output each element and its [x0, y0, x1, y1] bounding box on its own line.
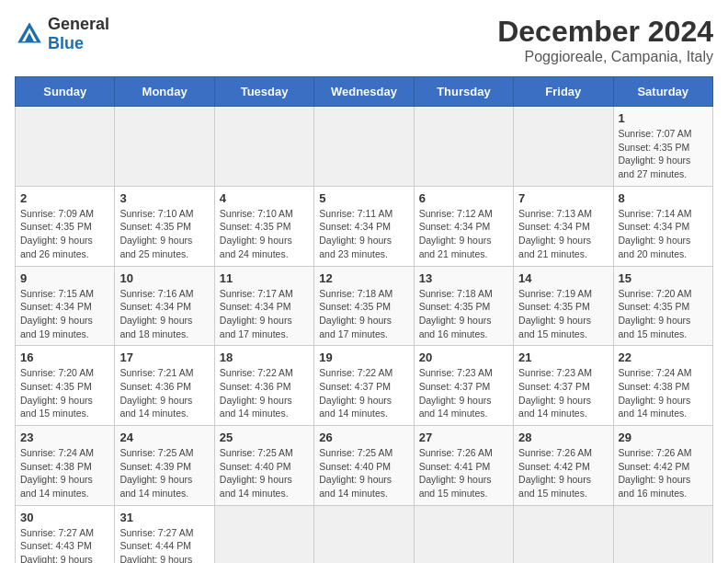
day-cell: 16Sunrise: 7:20 AMSunset: 4:35 PMDayligh… — [16, 346, 115, 426]
empty-cell — [16, 107, 115, 187]
day-cell: 19Sunrise: 7:22 AMSunset: 4:37 PMDayligh… — [314, 346, 414, 426]
day-cell: 11Sunrise: 7:17 AMSunset: 4:34 PMDayligh… — [214, 266, 313, 346]
day-cell: 21Sunrise: 7:23 AMSunset: 4:37 PMDayligh… — [514, 346, 613, 426]
day-cell: 5Sunrise: 7:11 AMSunset: 4:34 PMDaylight… — [314, 186, 414, 266]
day-cell: 28Sunrise: 7:26 AMSunset: 4:42 PMDayligh… — [514, 426, 613, 506]
header-cell-friday: Friday — [514, 77, 613, 107]
day-cell: 14Sunrise: 7:19 AMSunset: 4:35 PMDayligh… — [514, 266, 613, 346]
day-cell: 1Sunrise: 7:07 AMSunset: 4:35 PMDaylight… — [613, 107, 712, 187]
day-cell: 9Sunrise: 7:15 AMSunset: 4:34 PMDaylight… — [16, 266, 115, 346]
empty-cell — [214, 505, 313, 563]
week-row: 9Sunrise: 7:15 AMSunset: 4:34 PMDaylight… — [16, 266, 713, 346]
week-row: 1Sunrise: 7:07 AMSunset: 4:35 PMDaylight… — [16, 107, 713, 187]
empty-cell — [613, 505, 712, 563]
header: General Blue December 2024 Poggioreale, … — [15, 15, 713, 65]
header-cell-wednesday: Wednesday — [314, 77, 414, 107]
day-cell: 27Sunrise: 7:26 AMSunset: 4:41 PMDayligh… — [414, 426, 513, 506]
day-cell: 8Sunrise: 7:14 AMSunset: 4:34 PMDaylight… — [613, 186, 712, 266]
main-title: December 2024 — [497, 15, 713, 49]
header-cell-monday: Monday — [115, 77, 214, 107]
day-cell: 6Sunrise: 7:12 AMSunset: 4:34 PMDaylight… — [414, 186, 513, 266]
day-cell: 22Sunrise: 7:24 AMSunset: 4:38 PMDayligh… — [613, 346, 712, 426]
empty-cell — [115, 107, 214, 187]
week-row: 2Sunrise: 7:09 AMSunset: 4:35 PMDaylight… — [16, 186, 713, 266]
header-cell-tuesday: Tuesday — [214, 77, 313, 107]
empty-cell — [314, 107, 414, 187]
day-cell: 13Sunrise: 7:18 AMSunset: 4:35 PMDayligh… — [414, 266, 513, 346]
day-cell: 23Sunrise: 7:24 AMSunset: 4:38 PMDayligh… — [16, 426, 115, 506]
day-cell: 26Sunrise: 7:25 AMSunset: 4:40 PMDayligh… — [314, 426, 414, 506]
header-cell-saturday: Saturday — [613, 77, 712, 107]
calendar-table: SundayMondayTuesdayWednesdayThursdayFrid… — [15, 76, 713, 563]
day-cell: 30Sunrise: 7:27 AMSunset: 4:43 PMDayligh… — [16, 505, 115, 563]
title-area: December 2024 Poggioreale, Campania, Ita… — [497, 15, 713, 65]
empty-cell — [414, 505, 513, 563]
week-row: 30Sunrise: 7:27 AMSunset: 4:43 PMDayligh… — [16, 505, 713, 563]
header-cell-thursday: Thursday — [414, 77, 513, 107]
day-cell: 4Sunrise: 7:10 AMSunset: 4:35 PMDaylight… — [214, 186, 313, 266]
day-cell: 25Sunrise: 7:25 AMSunset: 4:40 PMDayligh… — [214, 426, 313, 506]
day-cell: 29Sunrise: 7:26 AMSunset: 4:42 PMDayligh… — [613, 426, 712, 506]
day-cell: 2Sunrise: 7:09 AMSunset: 4:35 PMDaylight… — [16, 186, 115, 266]
empty-cell — [214, 107, 313, 187]
logo-text: General Blue — [48, 15, 109, 53]
logo: General Blue — [15, 15, 109, 53]
empty-cell — [414, 107, 513, 187]
empty-cell — [314, 505, 414, 563]
day-cell: 10Sunrise: 7:16 AMSunset: 4:34 PMDayligh… — [115, 266, 214, 346]
week-row: 23Sunrise: 7:24 AMSunset: 4:38 PMDayligh… — [16, 426, 713, 506]
week-row: 16Sunrise: 7:20 AMSunset: 4:35 PMDayligh… — [16, 346, 713, 426]
day-cell: 20Sunrise: 7:23 AMSunset: 4:37 PMDayligh… — [414, 346, 513, 426]
header-cell-sunday: Sunday — [16, 77, 115, 107]
day-cell: 17Sunrise: 7:21 AMSunset: 4:36 PMDayligh… — [115, 346, 214, 426]
day-cell: 24Sunrise: 7:25 AMSunset: 4:39 PMDayligh… — [115, 426, 214, 506]
empty-cell — [514, 505, 613, 563]
day-cell: 15Sunrise: 7:20 AMSunset: 4:35 PMDayligh… — [613, 266, 712, 346]
empty-cell — [514, 107, 613, 187]
subtitle: Poggioreale, Campania, Italy — [497, 49, 713, 65]
day-cell: 7Sunrise: 7:13 AMSunset: 4:34 PMDaylight… — [514, 186, 613, 266]
header-row: SundayMondayTuesdayWednesdayThursdayFrid… — [16, 77, 713, 107]
day-cell: 12Sunrise: 7:18 AMSunset: 4:35 PMDayligh… — [314, 266, 414, 346]
day-cell: 31Sunrise: 7:27 AMSunset: 4:44 PMDayligh… — [115, 505, 214, 563]
day-cell: 3Sunrise: 7:10 AMSunset: 4:35 PMDaylight… — [115, 186, 214, 266]
logo-icon — [15, 19, 44, 49]
day-cell: 18Sunrise: 7:22 AMSunset: 4:36 PMDayligh… — [214, 346, 313, 426]
